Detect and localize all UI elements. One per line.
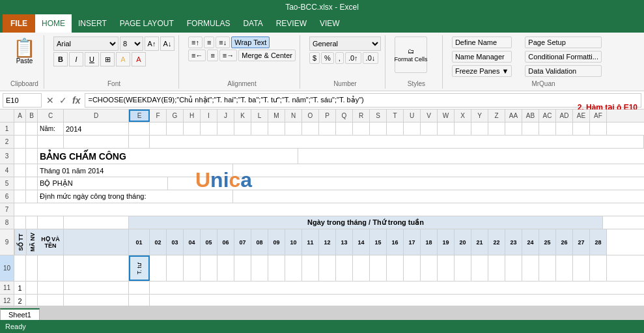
col-header-i[interactable]: I <box>201 109 217 122</box>
cell-m1[interactable] <box>268 123 285 135</box>
cell-d10[interactable] <box>64 255 129 281</box>
cancel-formula-btn[interactable]: ✕ <box>44 95 56 106</box>
cell-f1[interactable] <box>150 123 167 135</box>
cell-c1[interactable]: Năm: <box>38 123 64 135</box>
align-bottom-btn[interactable]: ≡↓ <box>216 36 230 48</box>
cell-s10[interactable] <box>370 255 387 281</box>
cell-ac1[interactable] <box>539 123 556 135</box>
cell-t1[interactable] <box>387 123 404 135</box>
cell-a11[interactable]: 1 <box>14 282 26 294</box>
col-header-ae[interactable]: AE <box>573 109 590 122</box>
cell-ac9[interactable]: 25 <box>539 229 556 255</box>
cell-l1[interactable] <box>251 123 268 135</box>
cell-ae1[interactable] <box>573 123 590 135</box>
cell-g10[interactable] <box>167 255 184 281</box>
cell-o1[interactable] <box>302 123 319 135</box>
cell-af10[interactable] <box>590 255 607 281</box>
cell-x1[interactable] <box>455 123 471 135</box>
cell-r1[interactable] <box>353 123 370 135</box>
col-header-j[interactable]: J <box>217 109 234 122</box>
cell-u1[interactable] <box>404 123 421 135</box>
col-header-o[interactable]: O <box>302 109 319 122</box>
conditional-format-btn[interactable]: Conditional Formatti... <box>525 51 602 63</box>
cell-ac10[interactable] <box>539 255 556 281</box>
cell-aa9[interactable]: 23 <box>505 229 522 255</box>
cell-q10[interactable] <box>336 255 353 281</box>
cell-y10[interactable] <box>471 255 488 281</box>
cell-s9[interactable]: 15 <box>370 229 387 255</box>
cell-aa1[interactable] <box>505 123 522 135</box>
menu-home[interactable]: HOME <box>35 14 72 33</box>
cell-n1[interactable] <box>285 123 302 135</box>
cell-y9[interactable]: 21 <box>471 229 488 255</box>
cell-a2[interactable] <box>14 136 26 148</box>
cell-ae10[interactable] <box>573 255 590 281</box>
cell-g1[interactable] <box>167 123 184 135</box>
col-header-c[interactable]: C <box>38 109 64 122</box>
cell-i10[interactable] <box>201 255 217 281</box>
align-right-btn[interactable]: ≡→ <box>219 50 237 61</box>
cell-t10[interactable] <box>387 255 404 281</box>
page-setup-btn[interactable]: Page Setup <box>525 36 602 48</box>
cell-z1[interactable] <box>488 123 505 135</box>
cell-a1[interactable] <box>14 123 26 135</box>
cell-m10[interactable] <box>268 255 285 281</box>
col-header-q[interactable]: Q <box>336 109 353 122</box>
cell-x10[interactable] <box>455 255 471 281</box>
cell-n9[interactable]: 10 <box>285 229 302 255</box>
cell-a8[interactable] <box>14 216 26 229</box>
col-header-m[interactable]: M <box>268 109 285 122</box>
cell-v9[interactable]: 18 <box>421 229 438 255</box>
cell-l10[interactable] <box>251 255 268 281</box>
col-header-f[interactable]: F <box>150 109 167 122</box>
cell-o9[interactable]: 11 <box>302 229 319 255</box>
align-middle-btn[interactable]: ≡ <box>204 36 214 48</box>
font-name-select[interactable]: Arial <box>53 36 119 51</box>
merge-center-btn[interactable]: Merge & Center <box>238 50 296 61</box>
cell-r9[interactable]: 14 <box>353 229 370 255</box>
cell-p1[interactable] <box>319 123 336 135</box>
cell-c11[interactable] <box>38 282 64 294</box>
cell-p10[interactable] <box>319 255 336 281</box>
cell-m9[interactable]: 09 <box>268 229 285 255</box>
border-btn[interactable]: ⊞ <box>100 52 115 66</box>
cell-c6-merged[interactable]: Định mức ngày công trong tháng: <box>38 190 233 203</box>
menu-page-layout[interactable]: PAGE LAYOUT <box>113 14 180 33</box>
format-cells-btn[interactable]: 🗂 Format Cells <box>395 36 427 73</box>
cell-c3-merged[interactable]: BẢNG CHẤM CÔNG <box>38 149 298 164</box>
cell-k10[interactable] <box>234 255 251 281</box>
cell-ab9[interactable]: 24 <box>522 229 539 255</box>
currency-btn[interactable]: $ <box>309 52 320 64</box>
col-header-ad[interactable]: AD <box>556 109 573 122</box>
cell-a3[interactable] <box>14 149 26 164</box>
col-header-l[interactable]: L <box>251 109 268 122</box>
cell-b8[interactable] <box>26 216 38 229</box>
cell-d8[interactable] <box>64 216 129 229</box>
menu-review[interactable]: REVIEW <box>270 14 313 33</box>
cell-a4[interactable] <box>14 164 26 177</box>
menu-view[interactable]: VIEW <box>313 14 346 33</box>
cell-t9[interactable]: 16 <box>387 229 404 255</box>
cell-e1[interactable] <box>129 123 150 135</box>
cell-ad9[interactable]: 26 <box>556 229 573 255</box>
cell-d1[interactable]: 2014 <box>64 123 129 135</box>
cell-b6[interactable] <box>26 190 38 203</box>
bold-btn[interactable]: B <box>53 52 68 66</box>
increase-font-btn[interactable]: A↑ <box>145 36 159 51</box>
cell-b9[interactable]: MÃ NV <box>26 229 38 255</box>
col-header-d[interactable]: D <box>64 109 129 122</box>
cell-z10[interactable] <box>488 255 505 281</box>
col-header-x[interactable]: X <box>455 109 471 122</box>
cell-e9[interactable]: 01 <box>129 229 150 255</box>
paste-button[interactable]: 📋 Paste <box>9 36 40 67</box>
cell-e10[interactable]: T. tư <box>129 255 150 281</box>
cell-f9[interactable]: 02 <box>150 229 167 255</box>
cell-b4[interactable] <box>26 164 38 177</box>
cell-k1[interactable] <box>234 123 251 135</box>
cell-date-header-span[interactable]: Ngày trong tháng / Thứ trong tuần <box>129 216 603 229</box>
cell-c5-merged[interactable]: BỘ PHẬN <box>38 177 168 190</box>
decrease-font-btn[interactable]: A↓ <box>160 36 175 51</box>
cell-q1[interactable] <box>336 123 353 135</box>
cell-w1[interactable] <box>438 123 455 135</box>
data-validation-btn[interactable]: Data Validation <box>525 65 602 77</box>
